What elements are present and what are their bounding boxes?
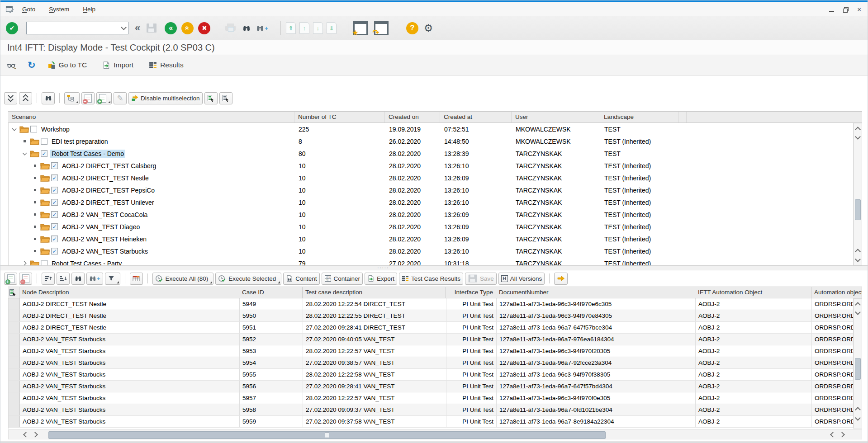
row-selector[interactable] xyxy=(9,334,20,345)
expand-all-button[interactable] xyxy=(4,92,17,104)
refresh-button[interactable]: ↻ xyxy=(28,60,36,71)
grid-find-button[interactable] xyxy=(71,273,85,285)
pane-splitter[interactable]: ····· xyxy=(0,265,868,270)
content-button[interactable]: Content xyxy=(283,273,319,285)
scenario-label[interactable]: AOBJ-2 DIRECT_TEST Unilever xyxy=(61,198,156,207)
scenario-label[interactable]: AOBJ-2 DIRECT_TEST PepsiCo xyxy=(61,186,156,194)
scenario-checkbox[interactable] xyxy=(41,260,47,265)
grid-col-iftt-automation-object[interactable]: IFTT Automation Object xyxy=(695,287,811,298)
tree-expander-icon[interactable] xyxy=(11,126,18,132)
row-selector[interactable] xyxy=(9,381,20,392)
page-up-button[interactable]: « xyxy=(181,22,194,34)
layout-button[interactable] xyxy=(130,273,143,285)
grid-save-button[interactable]: Save xyxy=(465,273,497,285)
menu-system[interactable]: System xyxy=(49,6,69,13)
delete-node-button[interactable]: − xyxy=(81,92,95,104)
find-icon[interactable] xyxy=(242,24,251,32)
tree-expander-icon[interactable] xyxy=(32,224,38,230)
export-button[interactable]: Export xyxy=(365,273,397,285)
command-input[interactable] xyxy=(27,22,119,34)
scenario-label[interactable]: Robot Test Cases - Party xyxy=(50,259,123,266)
help-button[interactable]: ? xyxy=(406,22,418,34)
scroll-down-icon[interactable] xyxy=(854,133,862,142)
scroll-right-icon[interactable] xyxy=(30,430,39,438)
grid-col-test-case-description[interactable]: Test case description xyxy=(303,287,446,298)
tree-row[interactable]: ✓ AOBJ-2 VAN_TEST CocaCola 10 28.02.2020… xyxy=(9,208,853,221)
table-row[interactable]: AOBJ-2 VAN_TEST Starbucks 5958 27.02.202… xyxy=(9,404,853,416)
tree-row[interactable]: ✓ AOBJ-2 DIRECT_TEST Unilever 10 28.02.2… xyxy=(9,196,853,208)
tree-row[interactable]: ✓ AOBJ-2 DIRECT_TEST PepsiCo 10 28.02.20… xyxy=(9,184,853,196)
tree-col-landscape[interactable]: Landscape xyxy=(600,112,679,123)
tree-col-scenario[interactable]: Scenario xyxy=(8,112,294,123)
splitter-handle-icon[interactable]: ····· xyxy=(377,267,389,269)
insert-node-button[interactable] xyxy=(64,92,80,104)
scenario-checkbox[interactable]: ✓ xyxy=(51,211,58,218)
scenario-label[interactable]: AOBJ-2 VAN_TEST Starbucks xyxy=(61,247,149,255)
find-next-icon[interactable]: + xyxy=(256,24,268,32)
table-row[interactable]: AOBJ-2 DIRECT_TEST Nestle 5951 27.02.202… xyxy=(9,322,853,334)
tree-expander-icon[interactable] xyxy=(21,151,28,157)
scroll-right-icon[interactable] xyxy=(837,430,846,438)
scenario-checkbox[interactable]: ✓ xyxy=(51,248,58,254)
forward-button[interactable] xyxy=(554,273,568,285)
tree-col-created-on[interactable]: Created on xyxy=(385,112,440,123)
scroll-down-icon[interactable] xyxy=(854,415,862,423)
tree-expander-icon[interactable] xyxy=(32,187,38,193)
execute-all-button[interactable]: Execute All (80) xyxy=(152,273,214,285)
save-icon[interactable] xyxy=(147,24,157,33)
next-page-icon[interactable]: ↓ xyxy=(313,22,323,34)
tree-row[interactable]: Workshop 225 19.09.2019 07:52:51 MKOWALC… xyxy=(9,123,853,135)
scroll-left-icon[interactable] xyxy=(828,430,837,438)
menu-help[interactable]: Help xyxy=(83,6,95,13)
scenario-checkbox[interactable]: ✓ xyxy=(51,223,58,230)
scenario-checkbox[interactable]: ✓ xyxy=(51,236,58,242)
row-selector[interactable] xyxy=(9,369,20,380)
tree-expander-icon[interactable] xyxy=(32,199,38,206)
test-case-results-button[interactable]: Test Case Results xyxy=(399,273,463,285)
scenario-checkbox[interactable] xyxy=(30,126,37,132)
tree-expander-icon[interactable] xyxy=(32,212,38,218)
enter-button[interactable]: ✔ xyxy=(6,22,18,34)
row-selector[interactable] xyxy=(9,322,20,333)
grid-col-node-description[interactable]: Node Description xyxy=(19,287,239,298)
tree-expander-icon[interactable] xyxy=(32,248,38,254)
scenario-checkbox[interactable]: ✓ xyxy=(51,199,58,206)
container-button[interactable]: Container xyxy=(322,273,363,285)
command-dropdown-icon[interactable] xyxy=(119,22,128,34)
select-column-button[interactable] xyxy=(204,92,218,104)
scroll-left-icon[interactable] xyxy=(21,430,30,438)
all-versions-button[interactable]: H All Versions xyxy=(498,273,545,285)
first-page-icon[interactable]: ⇑ xyxy=(286,22,296,34)
print-icon[interactable] xyxy=(225,24,236,33)
select-block-button[interactable] xyxy=(219,92,232,104)
tree-row[interactable]: ✓ AOBJ-2 DIRECT_TEST Calsberg 10 28.02.2… xyxy=(9,160,853,172)
previous-page-icon[interactable]: ↑ xyxy=(299,22,309,34)
tree-expander-icon[interactable] xyxy=(21,138,28,145)
menu-goto[interactable]: Goto xyxy=(22,6,35,13)
tree-find-button[interactable] xyxy=(42,92,55,104)
scenario-label[interactable]: Workshop xyxy=(40,125,71,133)
scroll-thumb[interactable] xyxy=(48,431,606,439)
tree-row[interactable]: ✓ AOBJ-2 VAN_TEST Heineken 10 28.02.2020… xyxy=(9,233,853,245)
scenario-label[interactable]: AOBJ-2 DIRECT_TEST Nestle xyxy=(61,174,150,182)
tree-row[interactable]: ✓ Robot Test Cases - Demo 80 28.02.2020 … xyxy=(9,147,853,160)
row-selector[interactable] xyxy=(9,392,20,404)
scroll-up-icon[interactable] xyxy=(854,405,862,413)
sort-descending-button[interactable] xyxy=(57,273,70,285)
row-selector[interactable] xyxy=(9,357,20,368)
command-history-icon[interactable]: « xyxy=(135,22,140,34)
scenario-label[interactable]: AOBJ-2 VAN_TEST Diageo xyxy=(61,223,141,231)
grid-col-interface-type[interactable]: Interface Type xyxy=(446,287,496,298)
edit-node-button[interactable]: ✎ xyxy=(114,92,127,104)
tree-expander-icon[interactable] xyxy=(21,260,28,266)
table-row[interactable]: AOBJ-2 VAN_TEST Starbucks 5955 28.02.202… xyxy=(9,369,853,381)
scenario-label[interactable]: Robot Test Cases - Demo xyxy=(50,150,125,158)
back-button[interactable]: « xyxy=(165,22,177,34)
goto-tc-button[interactable]: Go to TC xyxy=(47,61,87,69)
grid-col-case-id[interactable]: Case ID xyxy=(239,287,303,298)
last-page-icon[interactable]: ⇓ xyxy=(327,22,337,34)
tree-col-user[interactable]: User xyxy=(512,112,600,123)
scenario-checkbox[interactable]: ✓ xyxy=(51,187,58,193)
scenario-label[interactable]: EDI test preparation xyxy=(50,137,109,146)
grid-find-next-button[interactable]: + xyxy=(86,273,103,285)
